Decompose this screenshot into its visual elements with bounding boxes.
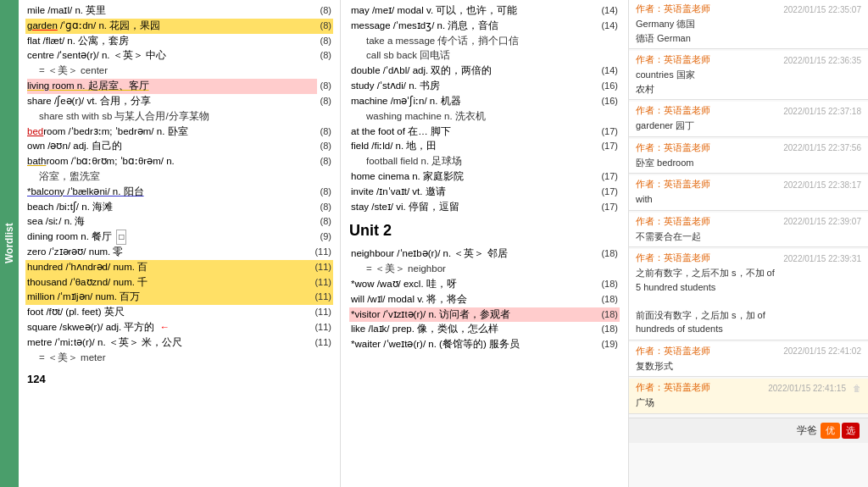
comment-body: Germany 德国德语 German: [636, 17, 861, 45]
unit2-title: Unit 2: [349, 219, 620, 243]
list-item: flat /flæt/ n. 公寓，套房 (8): [25, 34, 333, 49]
comment-header: 作者：英语盖老师 2022/01/15 22:37:18: [636, 105, 861, 117]
list-item: home cinema n. 家庭影院 (17): [349, 169, 620, 185]
list-item: *visitor /ˈvɪzɪtə(r)/ n. 访问者，参观者 (18): [349, 307, 620, 323]
comment-block: 作者：英语盖老师 2022/01/15 22:35:07 Germany 德国德…: [629, 0, 868, 49]
comment-body: 卧室 bedroom: [636, 156, 861, 170]
comment-body: gardener 园丁: [636, 119, 861, 133]
comment-author: 作者：英语盖老师: [636, 179, 710, 191]
comment-body: with: [636, 192, 861, 207]
list-item: zero /ˈzɪərəʊ/ num. 零 (11): [25, 245, 333, 260]
comment-block: 作者：英语盖老师 2022/01/15 22:39:31 之前有数字，之后不加 …: [629, 249, 868, 340]
list-item: = ＜美＞ neighbor: [349, 262, 620, 277]
list-item: field /fiːld/ n. 地，田 (17): [349, 139, 620, 154]
list-item: football field n. 足球场: [349, 154, 620, 169]
xuejia-label: 学爸: [797, 423, 817, 438]
list-item: beach /biːtʃ/ n. 海滩 (8): [25, 200, 333, 215]
comment-header: 作者：英语盖老师 2022/01/15 22:41:02: [636, 346, 861, 357]
list-item: bedroom /ˈbedrɜːm; ˈbedrəm/ n. 卧室 (8): [25, 125, 333, 140]
list-item: dining room n. 餐厅 □ (9): [25, 230, 333, 245]
comment-body: countries 国家农村: [636, 68, 861, 96]
list-item: metre /ˈmiːtə(r)/ n. ＜英＞ 米，公尺 (11): [25, 335, 333, 351]
list-item: foot /fʊt/ (pl. feet) 英尺 (11): [25, 305, 333, 320]
list-item: living room n. 起居室、客厅 (8): [25, 79, 333, 94]
list-item: own /əʊn/ adj. 自己的 (8): [25, 139, 333, 154]
comment-time: 2022/01/15 22:37:18: [783, 107, 861, 116]
comment-header: 作者：英语盖老师 2022/01/15 22:37:56: [636, 142, 861, 154]
list-item: may /meɪ/ modal v. 可以，也许，可能 (14): [349, 3, 620, 19]
comment-header: 作者：英语盖老师 2022/01/15 22:35:07: [636, 3, 861, 15]
list-item: *waiter /ˈweɪtə(r)/ n. (餐馆等的) 服务员 (19): [349, 337, 620, 352]
comment-block: 作者：英语盖老师 2022/01/15 22:41:15 🗑 广场: [629, 379, 868, 414]
comment-block: 作者：英语盖老师 2022/01/15 22:39:07 不需要合在一起: [629, 213, 868, 248]
list-item: 浴室，盥洗室: [25, 169, 333, 185]
middle-panel: may /meɪ/ modal v. 可以，也许，可能 (14) message…: [341, 0, 629, 487]
list-item: = ＜美＞ meter: [25, 351, 333, 366]
wordlist-tab[interactable]: Wordlist: [0, 0, 19, 487]
list-item: *balcony /ˈbælkəni/ n. 阳台 (8): [25, 185, 333, 200]
list-item: centre /ˈsentə(r)/ n. ＜英＞ 中心 (8): [25, 48, 333, 64]
list-item: share sth with sb 与某人合用/分享某物: [25, 109, 333, 125]
comment-time: 2022/01/15 22:41:02: [783, 346, 861, 356]
list-item: call sb back 回电话: [349, 48, 620, 64]
comment-time: 2022/01/15 22:41:15: [768, 384, 846, 393]
list-item: mile /maɪl/ n. 英里 (8): [25, 3, 333, 19]
list-item: neighbour /ˈneɪbə(r)/ n. ＜英＞ 邻居 (18): [349, 246, 620, 262]
vocab-panel: mile /maɪl/ n. 英里 (8) garden /ˈɡɑːdn/ n.…: [19, 0, 341, 487]
comment-time: 2022/01/15 22:35:07: [783, 5, 861, 14]
comment-body: 之前有数字，之后不加 s，不加 of5 hundred students前面没有…: [636, 266, 861, 336]
list-item: washing machine n. 洗衣机: [349, 109, 620, 125]
list-item: sea /siː/ n. 海 (8): [25, 214, 333, 230]
comment-body: 不需要合在一起: [636, 230, 861, 244]
list-item: like /laɪk/ prep. 像，类似，怎么样 (18): [349, 322, 620, 337]
comments-panel: 作者：英语盖老师 2022/01/15 22:35:07 Germany 德国德…: [629, 0, 868, 487]
comment-block: 作者：英语盖老师 2022/01/15 22:38:17 with: [629, 175, 868, 211]
list-item: hundred /ˈhʌndrəd/ num. 百 (11): [25, 260, 333, 275]
comment-author: 作者：英语盖老师: [636, 382, 710, 394]
comment-block: 作者：英语盖老师 2022/01/15 22:36:35 countries 国…: [629, 51, 868, 100]
delete-icon[interactable]: 🗑: [853, 384, 861, 393]
comment-author: 作者：英语盖老师: [636, 216, 710, 228]
wordlist-label: Wordlist: [3, 224, 15, 264]
list-item: will /wɪl/ modal v. 将，将会 (18): [349, 292, 620, 307]
list-item: take a message 传个话，捎个口信: [349, 34, 620, 49]
comment-author: 作者：英语盖老师: [636, 142, 710, 154]
comment-time: 2022/01/15 22:38:17: [783, 180, 861, 190]
comment-time: 2022/01/15 22:39:31: [783, 254, 861, 263]
comment-header: 作者：英语盖老师 2022/01/15 22:38:17: [636, 179, 861, 191]
comment-time: 2022/01/15 22:36:35: [783, 56, 861, 65]
list-item: square /skweə(r)/ adj. 平方的 ← (11): [25, 320, 333, 335]
list-item: at the foot of 在… 脚下 (17): [349, 125, 620, 140]
comment-header: 作者：英语盖老师 2022/01/15 22:39:31: [636, 252, 861, 264]
comment-block: 作者：英语盖老师 2022/01/15 22:41:02 复数形式: [629, 342, 868, 378]
page-number: 124: [25, 371, 333, 388]
comment-block: 作者：英语盖老师 2022/01/15 22:37:56 卧室 bedroom: [629, 139, 868, 174]
list-item: message /ˈmesɪdʒ/ n. 消息，音信 (14): [349, 19, 620, 34]
you-badge: 优: [821, 423, 840, 439]
comment-author: 作者：英语盖老师: [636, 252, 710, 264]
comment-block: 作者：英语盖老师 2022/01/15 22:37:18 gardener 园丁: [629, 102, 868, 137]
comment-header: 作者：英语盖老师 2022/01/15 22:36:35: [636, 54, 861, 66]
list-item: invite /ɪnˈvaɪt/ vt. 邀请 (17): [349, 185, 620, 200]
list-item: thousand /ˈθaʊznd/ num. 千 (11): [25, 275, 333, 291]
list-item: share /ʃeə(r)/ vt. 合用，分享 (8): [25, 94, 333, 109]
comment-time: 2022/01/15 22:39:07: [783, 217, 861, 226]
list-item: = ＜美＞ center: [25, 64, 333, 79]
list-item: machine /məˈʃiːn/ n. 机器 (16): [349, 94, 620, 109]
comment-author: 作者：英语盖老师: [636, 3, 710, 15]
comment-time: 2022/01/15 22:37:56: [783, 143, 861, 152]
list-item: study /ˈstʌdi/ n. 书房 (16): [349, 79, 620, 94]
xuan-badge: 选: [842, 423, 860, 439]
list-item: million /ˈmɪljən/ num. 百万 (11): [25, 290, 333, 305]
list-item: garden /ˈɡɑːdn/ n. 花园，果园 (8): [25, 19, 333, 34]
list-item: double /ˈdʌbl/ adj. 双的，两倍的 (14): [349, 64, 620, 79]
comment-body: 复数形式: [636, 359, 861, 374]
comment-header: 作者：英语盖老师 2022/01/15 22:41:15 🗑: [636, 382, 861, 394]
comment-header: 作者：英语盖老师 2022/01/15 22:39:07: [636, 216, 861, 228]
comment-author: 作者：英语盖老师: [636, 54, 710, 66]
comment-author: 作者：英语盖老师: [636, 346, 710, 357]
list-item: stay /steɪ/ vi. 停留，逗留 (17): [349, 200, 620, 215]
list-item: bathroom /ˈbɑːθrʊm; ˈbɑːθrəm/ n. (8): [25, 154, 333, 169]
comment-body: 广场: [636, 396, 861, 410]
comment-author: 作者：英语盖老师: [636, 105, 710, 117]
